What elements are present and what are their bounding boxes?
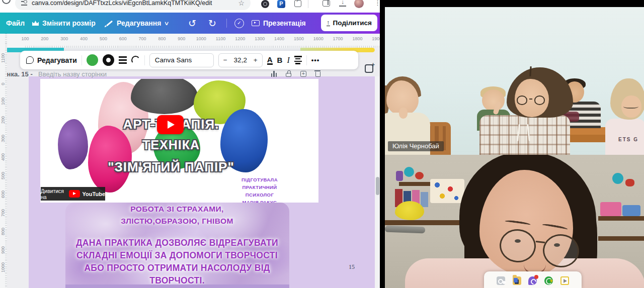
h-ruler-tick: 1400 (274, 36, 284, 41)
v-ruler-tick: 1100 (1, 58, 6, 63)
toolbar-separator (144, 55, 145, 65)
canvas-workspace: АРТ-ТЕРАПІЯ. ТЕХНІКА "ЗІМ'ЯТИЙ ПАПІР" Ди… (7, 79, 375, 288)
toy-cone (396, 171, 403, 181)
corner-rounding-icon[interactable] (131, 55, 140, 65)
watch-on-youtube-badge[interactable]: Дивитися на YouTube (41, 187, 105, 201)
youtube-play-button[interactable] (157, 115, 184, 134)
taskbar-popup (484, 271, 582, 288)
chevron-down-icon: ∨ (164, 20, 170, 27)
undo-button[interactable]: ↺ (188, 13, 196, 34)
text-align-button[interactable] (294, 56, 302, 64)
v-ruler-tick: 1000 (1, 267, 6, 272)
editing-mode-button[interactable]: Редагування ∨ (106, 13, 169, 34)
bold-button[interactable]: B (277, 56, 283, 64)
participant-name-label: Юлія Чернобай (388, 141, 444, 151)
share-label: Поділитися (333, 19, 372, 27)
h-ruler-tick: 1000 (196, 36, 206, 41)
fill-color-swatch[interactable] (87, 54, 98, 66)
border-color-swatch[interactable] (103, 54, 114, 66)
v-ruler-tick: 800 (1, 230, 6, 235)
share-tab-icon[interactable] (294, 0, 301, 7)
more-options-button[interactable]: ••• (311, 56, 320, 64)
h-ruler-tick: 1300 (255, 36, 265, 41)
scrollbar-thumb[interactable] (376, 177, 379, 195)
h-ruler-tick: 800 (158, 36, 166, 41)
font-size-decrease[interactable]: − (223, 56, 227, 64)
present-button[interactable]: Презентація (252, 13, 306, 34)
folder-app-icon[interactable] (513, 276, 521, 285)
youtube-logo-icon (69, 190, 80, 198)
v-ruler-tick: 300 (1, 137, 6, 142)
downloads-icon[interactable]: ↓ (339, 0, 346, 7)
toy-ball-teal (404, 167, 414, 177)
play-triangle-icon (168, 121, 175, 129)
v-ruler-tick: 700 (1, 212, 6, 217)
duplicate-page-icon[interactable]: + (300, 71, 306, 77)
slide-heading-text[interactable]: РОБОТА ЗІ СТРАХАМИ, ЗЛІСТЮ,ОБРАЗОЮ, ГНІВ… (66, 203, 288, 227)
viber-app-icon[interactable] (528, 276, 537, 285)
h-ruler-tick: 400 (80, 36, 88, 41)
italic-button[interactable]: I (287, 56, 289, 65)
font-size-increase[interactable]: + (254, 56, 258, 64)
screen: canva.com/design/DAFTtxzLcks/viEgcnBtLam… (0, 0, 644, 288)
file-menu-button[interactable]: Файл (6, 13, 25, 34)
vertical-scrollbar[interactable] (375, 76, 380, 288)
resize-button[interactable]: Змінити розмір (32, 13, 96, 34)
share-button[interactable]: ↑ Поділитися (321, 15, 377, 31)
edit-video-button[interactable]: Редагувати (26, 56, 77, 64)
youtube-embed[interactable]: АРТ-ТЕРАПІЯ. ТЕХНІКА "ЗІМ'ЯТИЙ ПАПІР" Ди… (40, 79, 318, 203)
child-right-glasses (623, 104, 638, 109)
extension-icon-dark[interactable] (261, 0, 269, 8)
credit-line2: ПРАКТИЧНИЙ ПСИХОЛОГ (229, 183, 290, 199)
context-toolbar: Редагувати Canva Sans − 32,2 + A B I ••• (20, 51, 358, 69)
v-ruler-tick: 200 (1, 119, 6, 124)
h-ruler-tick: 900 (178, 36, 185, 41)
h-ruler-tick: 700 (139, 36, 146, 41)
green-app-icon[interactable] (544, 276, 553, 285)
canva-header: Файл Змінити розмір Редагування ∨ ↺ ↻ ✓ … (0, 13, 380, 34)
cloud-save-icon: ✓ (234, 19, 244, 28)
address-bar[interactable]: canva.com/design/DAFTtxzLcks/viEgcnBtLam… (15, 0, 251, 10)
font-family-select[interactable]: Canva Sans (149, 53, 214, 67)
media-player-app-icon[interactable] (560, 276, 569, 285)
credit-line1: ПІДГОТУВАЛА (229, 176, 290, 183)
side-panel-icon[interactable] (323, 0, 330, 7)
slide-body-text[interactable]: ДАНА ПРАКТИКА ДОЗВОЛЯЄ ВІДРЕАГУВАТИ СКЛА… (66, 237, 288, 287)
extension-icon-blue[interactable]: P (277, 0, 285, 8)
v-ruler-tick: 400 (1, 156, 6, 161)
h-ruler-tick: 1800 (352, 36, 362, 41)
page-actions: + (271, 70, 321, 77)
toy-ball-red (415, 172, 424, 179)
toolbar-separator (82, 55, 82, 65)
youtube-brand-label: YouTube (83, 191, 105, 197)
stroke-weight-icon[interactable] (119, 56, 127, 58)
page-number: 15 (349, 263, 355, 271)
lock-page-icon[interactable] (286, 73, 291, 77)
v-ruler-tick: 500 (1, 174, 6, 179)
redo-button[interactable]: ↻ (208, 13, 216, 34)
pencil-icon (106, 20, 113, 26)
bookmark-star-icon[interactable]: ☆ (238, 0, 245, 7)
crown-icon (32, 21, 39, 26)
video-title-line3: "ЗІМ'ЯТИЙ ПАПІР" (40, 159, 302, 175)
video-call-window: ETS G Юлія Чернобай (380, 0, 644, 288)
page-title-input[interactable]: Введіть назву сторінки (38, 70, 107, 78)
toy-yellow (395, 201, 424, 220)
participant-video-classroom[interactable]: ETS G Юлія Чернобай (385, 7, 644, 155)
slide-page[interactable]: АРТ-ТЕРАПІЯ. ТЕХНІКА "ЗІМ'ЯТИЙ ПАПІР" Ди… (29, 76, 375, 288)
animate-page-icon[interactable] (271, 71, 277, 77)
participant-video-teacher[interactable] (385, 155, 644, 288)
browser-toolbar: canva.com/design/DAFTtxzLcks/viEgcnBtLam… (0, 0, 380, 13)
font-size-value[interactable]: 32,2 (234, 56, 247, 64)
text-color-button[interactable]: A (267, 56, 273, 65)
reload-icon[interactable] (2, 0, 11, 4)
url-text[interactable]: canva.com/design/DAFTtxzLcks/viEgcnBtLam… (32, 0, 235, 7)
site-settings-icon[interactable] (21, 1, 27, 6)
browser-profile-avatar[interactable] (354, 0, 364, 8)
delete-page-icon[interactable] (315, 72, 320, 77)
v-ruler-tick: 600 (1, 193, 6, 198)
toolbar-separator (306, 55, 307, 65)
add-page-button[interactable] (365, 64, 373, 73)
browser-window: canva.com/design/DAFTtxzLcks/viEgcnBtLam… (0, 0, 380, 288)
key-app-icon[interactable] (497, 276, 505, 285)
